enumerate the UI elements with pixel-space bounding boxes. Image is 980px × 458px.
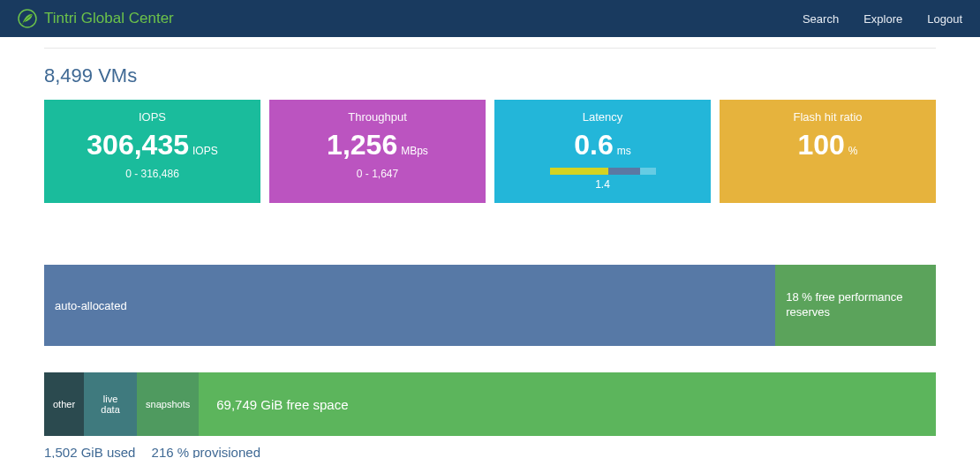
nav: Search Explore Logout xyxy=(803,12,962,26)
nav-explore[interactable]: Explore xyxy=(863,12,902,26)
perf-free-reserves[interactable]: 18 % free performance reserves xyxy=(775,265,936,346)
card-thru-unit: MBps xyxy=(401,145,428,157)
perf-auto-label: auto-allocated xyxy=(55,299,127,312)
space-live-data[interactable]: live data xyxy=(84,372,137,436)
card-throughput[interactable]: Throughput 1,256 MBps 0 - 1,647 xyxy=(269,100,486,203)
nav-search[interactable]: Search xyxy=(803,12,839,26)
brand-text: Tintri Global Center xyxy=(44,10,174,27)
space-bar: other live data snapshots 69,749 GiB fre… xyxy=(44,372,936,436)
space-used: 1,502 GiB used xyxy=(44,445,135,458)
card-iops[interactable]: IOPS 306,435 IOPS 0 - 316,486 xyxy=(44,100,260,203)
nav-logout[interactable]: Logout xyxy=(927,12,962,26)
vm-count: 8,499 VMs xyxy=(44,64,936,87)
card-iops-value: 306,435 xyxy=(87,131,189,159)
space-live-label: live data xyxy=(93,394,128,415)
top-bar: Tintri Global Center Search Explore Logo… xyxy=(0,0,980,37)
card-thru-range: 0 - 1,647 xyxy=(357,168,398,180)
space-snap-label: snapshots xyxy=(146,399,190,409)
perf-auto-allocated[interactable]: auto-allocated xyxy=(44,265,775,346)
space-other[interactable]: other xyxy=(44,372,84,436)
card-flash-title: Flash hit ratio xyxy=(793,110,862,124)
card-iops-title: IOPS xyxy=(139,110,166,124)
performance-bar: auto-allocated 18 % free performance res… xyxy=(44,265,936,346)
metric-cards: IOPS 306,435 IOPS 0 - 316,486 Throughput… xyxy=(44,100,936,203)
space-other-label: other xyxy=(53,399,75,409)
perf-free-label: 18 % free performance reserves xyxy=(786,290,925,320)
latency-breakdown-bar xyxy=(550,168,656,175)
card-lat-title: Latency xyxy=(583,110,623,124)
latency-seg-2 xyxy=(608,168,640,175)
space-free-label: 69,749 GiB free space xyxy=(216,397,348,412)
space-provisioned: 216 % provisioned xyxy=(152,445,260,458)
space-summary: 1,502 GiB used 216 % provisioned xyxy=(44,445,936,458)
space-snapshots[interactable]: snapshots xyxy=(137,372,199,436)
card-iops-unit: IOPS xyxy=(192,145,218,157)
card-latency[interactable]: Latency 0.6 ms 1.4 xyxy=(494,100,711,203)
latency-bar-value: 1.4 xyxy=(595,178,610,191)
card-flash-value: 100 xyxy=(797,131,844,159)
card-thru-value: 1,256 xyxy=(327,131,397,159)
divider xyxy=(44,48,936,49)
card-flash-unit: % xyxy=(848,145,858,157)
card-flash-hit[interactable]: Flash hit ratio 100 % xyxy=(720,100,936,203)
space-free[interactable]: 69,749 GiB free space xyxy=(199,372,936,436)
brand-leaf-icon xyxy=(18,9,37,28)
latency-seg-1 xyxy=(550,168,608,175)
card-iops-range: 0 - 316,486 xyxy=(125,168,179,180)
card-lat-value: 0.6 xyxy=(574,131,613,159)
card-thru-title: Throughput xyxy=(348,110,407,124)
card-lat-unit: ms xyxy=(617,145,631,157)
brand[interactable]: Tintri Global Center xyxy=(18,9,174,28)
